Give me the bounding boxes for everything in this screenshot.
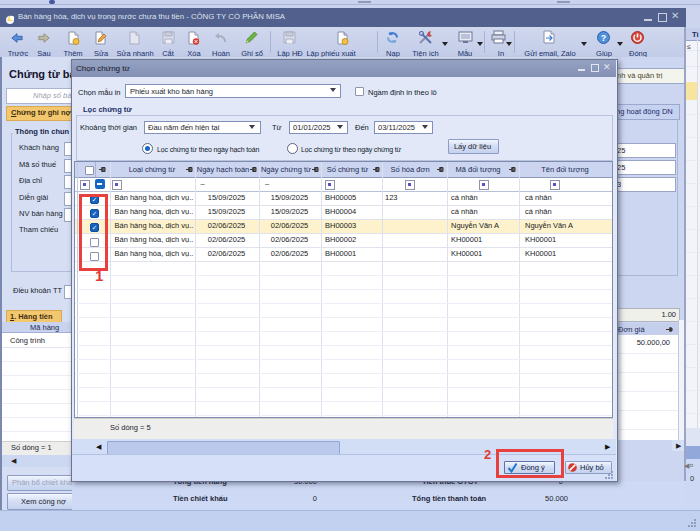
svg-text:?: ? [601,33,607,43]
